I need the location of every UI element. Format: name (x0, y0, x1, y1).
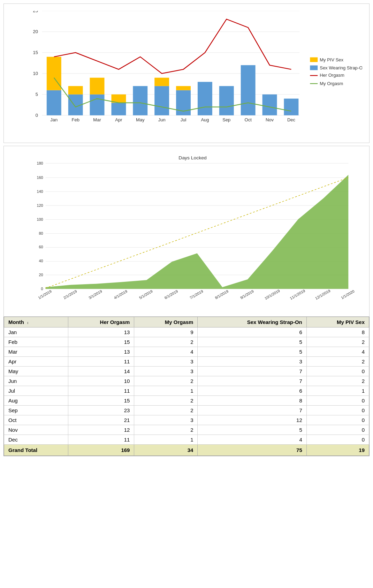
legend-piv-label: My PIV Sex (320, 57, 343, 62)
bar-nov-strapon (262, 95, 277, 115)
col-piv: My PIV Sex (306, 317, 369, 327)
svg-text:180: 180 (37, 161, 43, 165)
table-row: Mar 13 4 5 4 (4, 347, 369, 357)
cell-month: Feb (4, 337, 68, 347)
cell-her-orgasm: 11 (68, 386, 134, 396)
bar-dec-strapon (284, 99, 298, 115)
svg-text:100: 100 (37, 217, 43, 221)
bar-sep-strapon (219, 86, 234, 115)
chart2-svg: .grid2 { stroke: #ccc; stroke-width: 0.5… (23, 153, 362, 306)
col-month-label: Month (8, 319, 24, 325)
bar-jun-piv (154, 78, 169, 86)
cell-piv: 0 (306, 425, 369, 435)
cell-month: Mar (4, 347, 68, 357)
svg-text:Mar: Mar (93, 117, 101, 122)
data-table: Month ↕ Her Orgasm My Orgasm Sex Wearing… (4, 317, 369, 456)
table-row: Jun 10 2 7 2 (4, 376, 369, 386)
cell-piv: 8 (306, 327, 369, 337)
cell-her-orgasm: 15 (68, 396, 134, 406)
cell-strapon: 5 (198, 347, 306, 357)
table-body: Jan 13 9 6 8 Feb 15 2 5 2 Mar 13 4 5 4 A… (4, 327, 369, 445)
svg-text:Jul: Jul (181, 117, 186, 122)
table-row: Jul 11 1 6 1 (4, 386, 369, 396)
footer-her-orgasm: 169 (68, 445, 134, 456)
chart2-title: Days Locked (178, 155, 206, 160)
svg-text:Sep: Sep (222, 117, 230, 122)
svg-text:20: 20 (39, 273, 43, 277)
cell-my-orgasm: 9 (134, 327, 198, 337)
cell-strapon: 5 (198, 337, 306, 347)
svg-text:20: 20 (33, 29, 38, 34)
cell-month: Aug (4, 396, 68, 406)
svg-text:May: May (136, 117, 145, 122)
svg-text:120: 120 (37, 203, 43, 208)
svg-text:Jan: Jan (50, 117, 58, 122)
cell-her-orgasm: 11 (68, 435, 134, 445)
sort-icon[interactable]: ↕ (27, 321, 29, 325)
area-chart-main (46, 175, 349, 289)
table-row: Nov 12 2 5 0 (4, 425, 369, 435)
cell-strapon: 4 (198, 435, 306, 445)
svg-text:7/1/2019: 7/1/2019 (189, 289, 204, 300)
legend-strapon-label: Sex Wearing Strap-On (320, 65, 362, 70)
cell-strapon: 3 (198, 357, 306, 367)
cell-month: May (4, 367, 68, 376)
cell-strapon: 6 (198, 327, 306, 337)
svg-text:60: 60 (39, 245, 43, 249)
table-header-row: Month ↕ Her Orgasm My Orgasm Sex Wearing… (4, 317, 369, 327)
cell-month: Jul (4, 386, 68, 396)
svg-text:Aug: Aug (201, 117, 209, 122)
page-wrapper: .grid-line { stroke: #ccc; stroke-width:… (0, 0, 373, 460)
svg-text:5: 5 (36, 92, 38, 97)
cell-piv: 4 (306, 347, 369, 357)
cell-month: Jun (4, 376, 68, 386)
legend-herorgasm-label: Her Orgasm (320, 73, 344, 78)
svg-text:Nov: Nov (266, 117, 274, 122)
cell-her-orgasm: 14 (68, 367, 134, 376)
cell-piv: 2 (306, 337, 369, 347)
cell-her-orgasm: 23 (68, 406, 134, 415)
cell-piv: 2 (306, 357, 369, 367)
col-strapon: Sex Wearing Strap-On (198, 317, 306, 327)
svg-text:25: 25 (33, 11, 38, 13)
cell-my-orgasm: 2 (134, 337, 198, 347)
cell-my-orgasm: 2 (134, 406, 198, 415)
svg-text:Jun: Jun (158, 117, 166, 122)
svg-text:2/1/2019: 2/1/2019 (63, 289, 78, 300)
bar-mar-strapon (90, 95, 105, 115)
cell-piv: 0 (306, 415, 369, 425)
chart2-container: .grid2 { stroke: #ccc; stroke-width: 0.5… (3, 146, 370, 317)
cell-strapon: 5 (198, 425, 306, 435)
legend-myorgasm-label: My Orgasm (320, 81, 343, 86)
cell-month: Sep (4, 406, 68, 415)
cell-her-orgasm: 11 (68, 357, 134, 367)
grand-total-row: Grand Total 169 34 75 19 (4, 445, 369, 456)
svg-text:10/1/2019: 10/1/2019 (264, 288, 281, 300)
cell-my-orgasm: 3 (134, 357, 198, 367)
svg-text:10: 10 (33, 71, 38, 76)
cell-my-orgasm: 3 (134, 367, 198, 376)
cell-piv: 0 (306, 396, 369, 406)
cell-strapon: 7 (198, 367, 306, 376)
footer-piv: 19 (306, 445, 369, 456)
table-row: May 14 3 7 0 (4, 367, 369, 376)
cell-strapon: 7 (198, 376, 306, 386)
svg-text:6/1/2019: 6/1/2019 (163, 289, 178, 300)
svg-text:4/1/2019: 4/1/2019 (113, 289, 128, 300)
svg-text:1/1/2020: 1/1/2020 (340, 289, 355, 300)
svg-text:Feb: Feb (72, 117, 79, 122)
bar-mar-piv (90, 78, 105, 95)
cell-my-orgasm: 1 (134, 386, 198, 396)
bar-feb-piv (68, 86, 83, 95)
table-row: Apr 11 3 3 2 (4, 357, 369, 367)
legend-strapon-icon (310, 66, 318, 70)
cell-her-orgasm: 21 (68, 415, 134, 425)
svg-text:8/1/2019: 8/1/2019 (214, 289, 229, 300)
svg-text:40: 40 (39, 259, 43, 263)
cell-piv: 0 (306, 435, 369, 445)
cell-month: Dec (4, 435, 68, 445)
cell-strapon: 12 (198, 415, 306, 425)
bar-apr-strapon (111, 103, 126, 115)
cell-strapon: 7 (198, 406, 306, 415)
table-row: Oct 21 3 12 0 (4, 415, 369, 425)
